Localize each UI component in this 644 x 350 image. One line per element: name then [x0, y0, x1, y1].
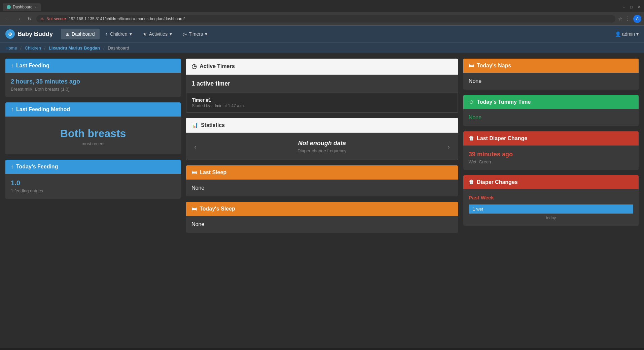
brand-name: Baby Buddy	[17, 31, 53, 38]
nav-dashboard[interactable]: ⊞ Dashboard	[61, 29, 100, 39]
todays-naps-card: 🛏 Today's Naps None	[463, 59, 639, 90]
app-navbar: ⊕ Baby Buddy ⊞ Dashboard ↑ Children ▾ ★ …	[0, 26, 644, 42]
last-feeding-time: 2 hours, 35 minutes ago	[11, 78, 175, 85]
todays-sleep-icon: 🛏	[191, 206, 197, 212]
tummy-icon: ☺	[469, 99, 474, 105]
todays-sleep-header: 🛏 Today's Sleep	[186, 202, 458, 216]
stats-next-button[interactable]: ›	[445, 143, 453, 151]
address-bar: ← → ↻ ⚠ Not secure 192.168.1.135:8141/ch…	[0, 12, 644, 26]
middle-column: ◷ Active Timers 1 active timer Timer #1 …	[186, 59, 458, 343]
bookmark-icon[interactable]: ☆	[618, 16, 622, 22]
user-chevron: ▾	[636, 31, 639, 37]
diaper-changes-card: 🗑 Diaper Changes Past Week 1 wet today	[463, 175, 639, 226]
left-column: ↑ Last Feeding 2 hours, 35 minutes ago B…	[5, 59, 181, 343]
tab-close[interactable]: ×	[35, 5, 37, 9]
url-bar[interactable]: ⚠ Not secure 192.168.1.135:8141/children…	[36, 15, 615, 23]
children-label: Children	[110, 31, 128, 37]
last-sleep-title: Last Sleep	[200, 169, 226, 176]
stats-prev-button[interactable]: ‹	[191, 143, 199, 151]
last-diaper-header: 🗑 Last Diaper Change	[463, 131, 639, 146]
stats-center: Not enough data Diaper change frequency	[199, 140, 445, 153]
diaper-bar-sub: today	[469, 216, 633, 220]
timer-circle-icon: ◷	[191, 63, 197, 70]
maximize-button[interactable]: □	[629, 5, 634, 9]
feeding-method-icon: ↑	[11, 106, 13, 113]
not-secure-label: Not secure	[46, 17, 66, 21]
active-timers-title: Active Timers	[200, 63, 235, 69]
breadcrumb-dashboard: Dashboard	[108, 45, 129, 51]
statistics-title: Statistics	[201, 122, 225, 128]
last-sleep-card: 🛏 Last Sleep None	[186, 165, 458, 196]
breadcrumb-sep1: /	[20, 45, 22, 51]
todays-feeding-count: 1.0	[11, 179, 175, 187]
feeding-icon: ↑	[11, 63, 13, 69]
last-feeding-body: 2 hours, 35 minutes ago Breast milk, Bot…	[5, 73, 181, 97]
breadcrumb-sep3: /	[103, 45, 105, 51]
dashboard-icon: ⊞	[66, 31, 70, 37]
last-feeding-title: Last Feeding	[16, 63, 49, 69]
stats-sub-text: Diaper change frequency	[199, 148, 445, 153]
nav-timers[interactable]: ◷ Timers ▾	[178, 29, 212, 39]
todays-naps-icon: 🛏	[469, 63, 474, 69]
breadcrumb-home[interactable]: Home	[5, 45, 17, 51]
children-chevron: ▾	[130, 31, 132, 37]
last-diaper-title: Last Diaper Change	[477, 135, 527, 141]
todays-feeding-title: Today's Feeding	[16, 164, 58, 170]
timers-label: Timers	[189, 31, 203, 37]
todays-feeding-body: 1.0 1 feeding entries	[5, 174, 181, 199]
user-menu[interactable]: 👤 admin ▾	[615, 31, 639, 37]
diaper-icon: 🗑	[469, 135, 474, 141]
active-timers-card: ◷ Active Timers 1 active timer Timer #1 …	[186, 59, 458, 113]
tab-title: Dashboard	[13, 5, 33, 9]
statistics-card: 📊 Statistics ‹ Not enough data Diaper ch…	[186, 118, 458, 160]
last-sleep-value: None	[186, 180, 458, 196]
timers-chevron: ▾	[205, 31, 207, 37]
last-sleep-header: 🛏 Last Sleep	[186, 165, 458, 180]
breadcrumb: Home / Children / Lixandru Marius Bogdan…	[0, 42, 644, 53]
back-button[interactable]: ←	[3, 15, 11, 22]
diaper-changes-title: Diaper Changes	[477, 179, 518, 185]
feeding-method-sub: most recent	[11, 141, 175, 149]
brand-logo[interactable]: ⊕ Baby Buddy	[5, 29, 53, 39]
tab-favicon	[7, 5, 11, 9]
activities-icon: ★	[143, 31, 147, 37]
dashboard-label: Dashboard	[72, 31, 95, 37]
timers-icon: ◷	[183, 31, 187, 37]
nav-children[interactable]: ↑ Children ▾	[101, 29, 137, 39]
last-feeding-method-card: ↑ Last Feeding Method Both breasts most …	[5, 102, 181, 154]
last-sleep-icon: 🛏	[191, 169, 197, 176]
last-feeding-card: ↑ Last Feeding 2 hours, 35 minutes ago B…	[5, 59, 181, 97]
close-window-button[interactable]: ×	[637, 5, 641, 9]
diaper-bar: 1 wet	[469, 204, 633, 214]
minimize-button[interactable]: −	[621, 5, 626, 9]
todays-tummy-header: ☺ Today's Tummy Time	[463, 95, 639, 109]
timer-item: Timer #1 Started by admin at 1:47 a.m.	[186, 93, 458, 113]
nav-items: ⊞ Dashboard ↑ Children ▾ ★ Activities ▾ …	[61, 29, 615, 39]
forward-button[interactable]: →	[14, 15, 23, 22]
profile-button[interactable]: A	[633, 15, 641, 23]
breadcrumb-children[interactable]: Children	[25, 45, 41, 51]
lock-icon: ⚠	[40, 17, 44, 21]
last-feeding-method-body: Both breasts most recent	[5, 117, 181, 154]
activities-chevron: ▾	[170, 31, 172, 37]
window-controls: − □ ×	[621, 5, 641, 9]
todays-sleep-value: None	[186, 216, 458, 233]
last-diaper-card: 🗑 Last Diaper Change 39 minutes ago Wet,…	[463, 131, 639, 170]
breadcrumb-child-name[interactable]: Lixandru Marius Bogdan	[49, 45, 100, 51]
last-diaper-type: Wet, Green	[469, 159, 633, 164]
todays-tummy-value: None	[463, 109, 639, 126]
right-column: 🛏 Today's Naps None ☺ Today's Tummy Time…	[463, 59, 639, 343]
menu-icon[interactable]: ⋮	[625, 15, 631, 22]
timer-sub: Started by admin at 1:47 a.m.	[192, 103, 452, 108]
todays-sleep-card: 🛏 Today's Sleep None	[186, 202, 458, 233]
todays-feeding-header: ↑ Today's Feeding	[5, 160, 181, 174]
nav-activities[interactable]: ★ Activities ▾	[138, 29, 177, 39]
diaper-changes-header: 🗑 Diaper Changes	[463, 175, 639, 189]
reload-button[interactable]: ↻	[26, 15, 34, 22]
last-feeding-header: ↑ Last Feeding	[5, 59, 181, 73]
todays-tummy-card: ☺ Today's Tummy Time None	[463, 95, 639, 126]
todays-sleep-title: Today's Sleep	[200, 206, 235, 212]
main-content: ↑ Last Feeding 2 hours, 35 minutes ago B…	[0, 53, 644, 348]
diaper-bar-container: 1 wet	[469, 204, 633, 214]
browser-tab[interactable]: Dashboard ×	[3, 3, 41, 11]
